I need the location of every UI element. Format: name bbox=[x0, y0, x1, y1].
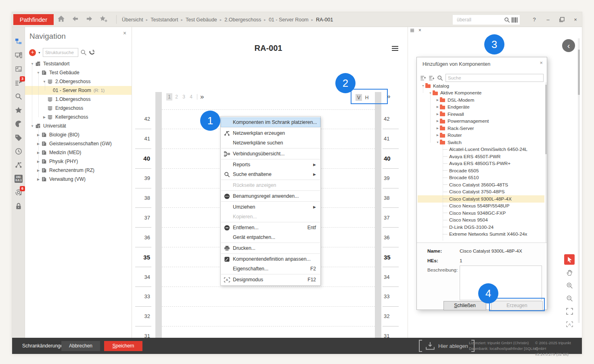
catalog-item[interactable]: Avaya ERS 4550T-PWR bbox=[418, 153, 544, 160]
tree-item[interactable]: ▶Physik (PHY) bbox=[25, 157, 132, 166]
add-structure-button[interactable]: + bbox=[29, 49, 36, 56]
catalog-item[interactable]: ▶Rack-Server bbox=[418, 125, 544, 132]
catalog-item[interactable]: Brocade 6510 bbox=[418, 174, 544, 182]
catalog-item[interactable]: Avaya ERS 4850GTS-PWR+ bbox=[418, 160, 544, 167]
description-textarea[interactable] bbox=[460, 266, 542, 300]
zoom-out-tool-button[interactable] bbox=[564, 293, 575, 303]
scrollbar[interactable] bbox=[545, 82, 547, 243]
maximize-button[interactable] bbox=[558, 16, 566, 24]
tree-item[interactable]: ▶Biologie (BIO) bbox=[25, 130, 132, 139]
rack-unit-row[interactable]: 3333 bbox=[135, 287, 399, 307]
home-button[interactable] bbox=[57, 15, 65, 24]
design-mode-tool-button[interactable]: A bbox=[564, 319, 575, 329]
chevron-down-icon[interactable]: ▼ bbox=[38, 51, 41, 54]
expander-icon[interactable]: ▶ bbox=[435, 113, 440, 116]
menu-item[interactable]: Entfernen...Entf bbox=[221, 223, 320, 232]
favorite-add-button[interactable] bbox=[100, 15, 107, 24]
close-button[interactable]: Schließen bbox=[443, 301, 486, 310]
breadcrumb-item[interactable]: 01 - Server Room bbox=[269, 17, 309, 23]
drop-zone[interactable]: Hier ablegen bbox=[419, 340, 475, 352]
catalog-item[interactable]: ▶Router bbox=[418, 132, 544, 139]
scrollbar[interactable] bbox=[578, 38, 580, 323]
catalog-item[interactable]: ▼Katalog bbox=[418, 82, 544, 90]
tree-item[interactable]: ▶Geisteswissenschaften (GW) bbox=[25, 139, 132, 148]
menu-item[interactable]: Drucken... bbox=[221, 243, 320, 253]
catalog-item[interactable]: Cisco Nexus 9504 bbox=[418, 217, 544, 224]
catalog-item[interactable]: ▼Switch bbox=[418, 139, 544, 146]
menu-item[interactable]: Netzwerkplan erzeugen bbox=[221, 128, 320, 138]
expander-icon[interactable]: ▶ bbox=[435, 119, 440, 123]
menu-item[interactable]: Reports▶ bbox=[221, 160, 320, 169]
sidebar-tool-connections[interactable]: 6 bbox=[12, 186, 25, 199]
catalog-item[interactable]: Cisco Catalyst 3750-48PS bbox=[418, 188, 544, 196]
catalog-item[interactable]: ▶DSL-Modem bbox=[418, 96, 544, 104]
tree-item[interactable]: ▼Test Gebäude bbox=[25, 68, 132, 77]
breadcrumb-item[interactable]: Teststandort bbox=[151, 17, 178, 23]
structure-search-input[interactable] bbox=[43, 48, 78, 57]
breadcrumb-item[interactable]: Test Gebäude bbox=[186, 17, 217, 23]
refresh-icon[interactable] bbox=[89, 49, 95, 56]
scrollbar-thumb[interactable] bbox=[578, 50, 580, 95]
tree-item[interactable]: ▼2.Obergeschoss bbox=[25, 77, 132, 86]
sidebar-tool-tag[interactable] bbox=[12, 131, 25, 144]
sidebar-tool-history[interactable] bbox=[12, 144, 25, 158]
menu-item[interactable]: Kopieren... bbox=[221, 212, 320, 222]
unit-slot[interactable] bbox=[162, 287, 375, 307]
sidebar-tool-search[interactable] bbox=[12, 90, 25, 103]
sidebar-tool-lock[interactable] bbox=[12, 199, 25, 213]
catalog-item[interactable]: Cisco Nexus 5548P/5548UP bbox=[418, 203, 544, 210]
menu-item[interactable]: Gerät entpatchen... bbox=[221, 232, 320, 242]
tree-item[interactable]: ▶Kellergeschoss bbox=[25, 113, 132, 121]
close-button[interactable]: × bbox=[571, 16, 579, 24]
page-tab[interactable]: 2 bbox=[174, 93, 180, 100]
search-icon[interactable] bbox=[504, 17, 510, 23]
catalog-item[interactable]: ▶Endgeräte bbox=[418, 104, 544, 111]
catalog-item[interactable]: ▶Powermanagement bbox=[418, 118, 544, 125]
page-tab[interactable]: 3 bbox=[181, 93, 187, 100]
menu-item[interactable]: Netzwerkpläne suchen bbox=[221, 138, 320, 148]
menu-item[interactable]: Rückseite anzeigen bbox=[221, 180, 320, 190]
expander-icon[interactable]: ▶ bbox=[435, 127, 440, 130]
expander-icon[interactable]: ▶ bbox=[42, 115, 47, 119]
menu-item[interactable]: Suche enthaltene▶ bbox=[221, 169, 320, 179]
catalog-item[interactable]: ▶Firewall bbox=[418, 111, 544, 118]
breadcrumb-item[interactable]: RA-001 bbox=[316, 17, 333, 23]
tree-item[interactable]: ▼Teststandort bbox=[25, 59, 132, 68]
app-logo[interactable]: Pathfinder bbox=[13, 14, 54, 25]
expander-icon[interactable]: ▶ bbox=[435, 105, 440, 109]
pan-tool-button[interactable] bbox=[564, 267, 575, 278]
sidebar-tool-ip-address[interactable]: 192.0.0.1 bbox=[12, 172, 25, 186]
sidebar-tool-topology[interactable] bbox=[12, 158, 25, 172]
menu-item[interactable]: Umziehen▶ bbox=[221, 202, 320, 212]
search-icon[interactable] bbox=[80, 49, 87, 56]
catalog-item[interactable]: Brocade 6505 bbox=[418, 167, 544, 174]
sidebar-tool-structure-tree[interactable] bbox=[12, 35, 25, 48]
tree-item[interactable]: ▶Rechenzentrum (RZ) bbox=[25, 166, 132, 175]
sidebar-tool-favorites[interactable] bbox=[12, 103, 25, 117]
catalog-item[interactable]: Extreme Networks Summit X460-24x bbox=[418, 231, 544, 238]
rack-unit-row[interactable]: 3232 bbox=[135, 307, 399, 326]
expander-icon[interactable]: ▼ bbox=[435, 141, 440, 144]
breadcrumb-item[interactable]: Übersicht bbox=[122, 17, 143, 23]
close-icon[interactable]: × bbox=[540, 60, 543, 66]
tree-item[interactable]: 1.Obergeschoss bbox=[25, 95, 132, 104]
expander-icon[interactable]: ▼ bbox=[42, 80, 47, 84]
close-icon[interactable]: × bbox=[121, 30, 128, 36]
catalog-item[interactable]: D-Link DGS-3100-24 bbox=[418, 224, 544, 231]
sidebar-tool-tasks[interactable]: 3 bbox=[12, 76, 25, 90]
catalog-item[interactable]: ▼Aktive Komponente bbox=[418, 90, 544, 97]
menu-item[interactable]: Komponentendefinition anpassen... bbox=[221, 254, 320, 264]
barcode-icon[interactable] bbox=[512, 17, 518, 23]
menu-item[interactable]: Komponenten im Schrank platzieren... bbox=[221, 117, 320, 127]
catalog-search-input[interactable] bbox=[446, 74, 544, 82]
tree-item[interactable]: ▼Universität bbox=[25, 121, 132, 130]
sidebar-tool-floorplan[interactable] bbox=[12, 62, 25, 76]
expander-icon[interactable]: ▶ bbox=[435, 134, 440, 137]
breadcrumb-item[interactable]: 2.Obergeschoss bbox=[224, 17, 261, 23]
menu-item[interactable]: Verbindungsübersicht... bbox=[221, 149, 320, 159]
select-tool-button[interactable] bbox=[564, 254, 575, 265]
help-button[interactable]: ? bbox=[530, 16, 538, 24]
catalog-item[interactable]: Alcatel-Lucent OmniSwitch 6450-24L bbox=[418, 146, 544, 153]
page-tab[interactable]: 1 bbox=[166, 93, 172, 100]
sidebar-tool-workstation[interactable] bbox=[12, 48, 25, 62]
